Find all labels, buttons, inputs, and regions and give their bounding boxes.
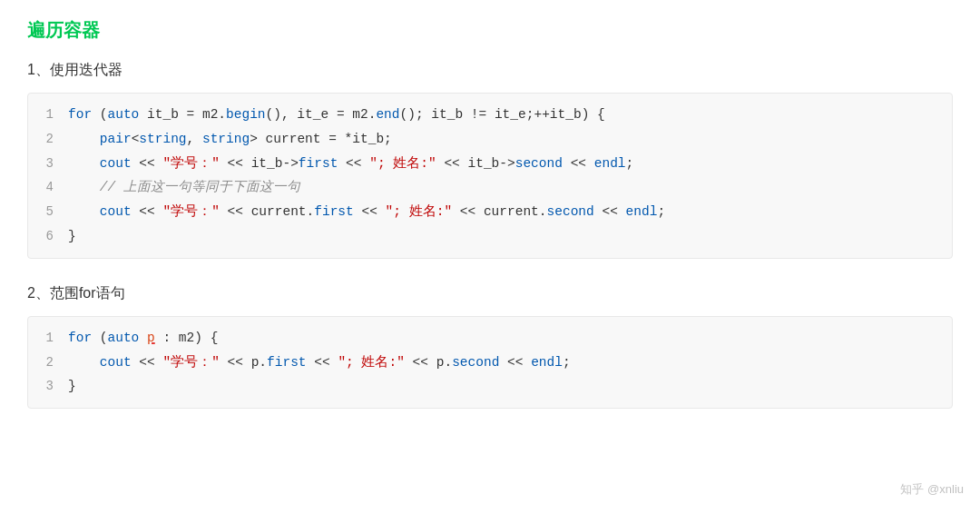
line-number: 3 (28, 153, 68, 175)
code-line: 6 } (28, 224, 952, 249)
code-line: 2 pair<string, string> current = *it_b; (28, 127, 952, 152)
code-content: for (auto p : m2) { (68, 327, 952, 350)
code-line: 5 cout << "学号：" << current.first << "; 姓… (28, 200, 952, 224)
code-content: } (68, 225, 952, 248)
line-number: 2 (28, 352, 68, 374)
line-number: 4 (28, 177, 68, 199)
watermark: 知乎 @xnliu (900, 481, 964, 498)
code-line: 1 for (auto p : m2) { (28, 326, 952, 351)
code-content: for (auto it_b = m2.begin(), it_e = m2.e… (68, 104, 952, 126)
code-content: pair<string, string> current = *it_b; (68, 128, 952, 151)
code-line: 3 cout << "学号：" << it_b->first << "; 姓名:… (28, 152, 952, 176)
line-number: 5 (28, 202, 68, 223)
page-title: 遍历容器 (27, 18, 953, 43)
line-number: 6 (28, 226, 68, 248)
line-number: 1 (28, 104, 68, 126)
line-number: 1 (28, 328, 68, 350)
code-line: 2 cout << "学号：" << p.first << "; 姓名:" <<… (28, 351, 952, 375)
code-content: cout << "学号：" << p.first << "; 姓名:" << p… (68, 351, 952, 374)
code-content: // 上面这一句等同于下面这一句 (68, 176, 952, 199)
code-content: cout << "学号：" << current.first << "; 姓名:… (68, 201, 952, 223)
code-line: 3 } (28, 374, 952, 399)
line-number: 2 (28, 129, 68, 151)
code-line: 1 for (auto it_b = m2.begin(), it_e = m2… (28, 103, 952, 127)
code-line: 4 // 上面这一句等同于下面这一句 (28, 175, 952, 200)
code-block-2: 1 for (auto p : m2) { 2 cout << "学号：" <<… (27, 316, 953, 409)
section2-title: 2、范围for语句 (27, 284, 953, 303)
code-content: } (68, 375, 952, 398)
code-content: cout << "学号：" << it_b->first << "; 姓名:" … (68, 153, 952, 175)
line-number: 3 (28, 376, 68, 398)
section1-title: 1、使用迭代器 (27, 61, 953, 80)
code-block-1: 1 for (auto it_b = m2.begin(), it_e = m2… (27, 93, 953, 259)
